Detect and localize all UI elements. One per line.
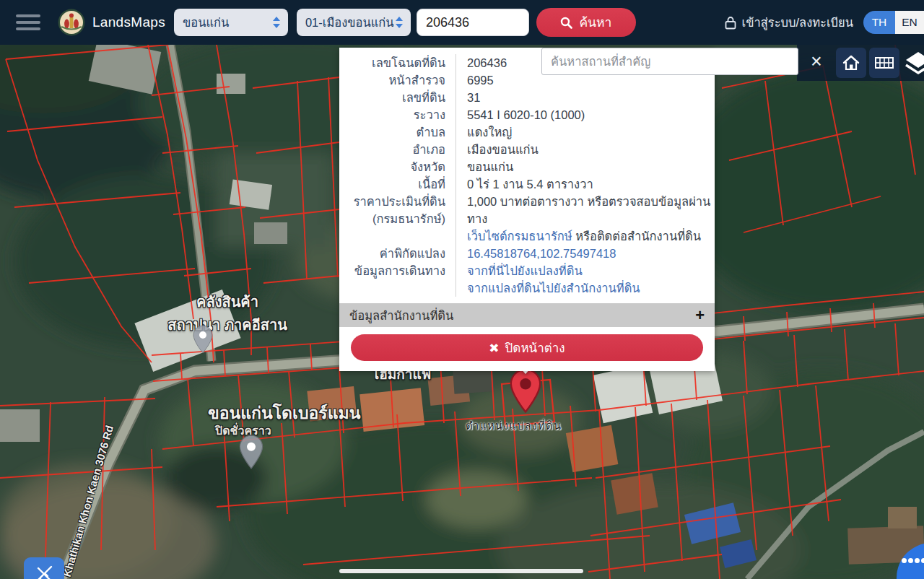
login-register-label: เข้าสู่ระบบ/ลงทะเบียน [742,13,853,32]
lang-en-button[interactable]: EN [895,11,924,34]
district-select[interactable]: 01-เมืองขอนแก่น [297,9,411,36]
lang-th-button[interactable]: TH [863,11,895,34]
lock-icon [725,16,736,30]
updown-chevron-icon [395,16,404,29]
treasury-website-link[interactable]: เว็บไซต์กรมธนารักษ์ [467,230,572,243]
field-value: 31 [456,89,715,106]
panel-row: จังหวัดขอนแก่น [339,158,715,175]
panel-row: อำเภอเมืองขอนแก่น [339,141,715,158]
province-select[interactable]: ขอนแก่น [174,9,288,36]
field-label: อำเภอ [339,141,456,158]
poi-pin-warehouse-icon[interactable] [192,325,214,354]
dol-logo [58,9,85,36]
field-label: เลขโฉนดที่ดิน [339,54,456,71]
field-label: ข้อมูลการเดินทาง [339,262,456,297]
field-label: หน้าสำรวจ [339,71,456,89]
field-value: แดงใหญ่ [456,123,715,141]
home-button[interactable] [836,48,866,78]
field-label: ระวาง [339,106,456,123]
field-label: เลขที่ดิน [339,89,456,106]
parcel-info-panel: เลขโฉนดที่ดิน206436 หน้าสำรวจ6995 เลขที่… [339,48,715,371]
land-office-section-label: ข้อมูลสำนักงานที่ดิน [349,306,453,325]
field-label: ค่าพิกัดแปลง [339,245,456,262]
grid-layers-button[interactable] [869,48,899,78]
dots-icon [902,558,924,563]
hamburger-menu-icon[interactable] [16,14,40,30]
field-value: จากที่นี่ไปยังแปลงที่ดิน จากแปลงที่ดินไป… [456,262,715,297]
measure-tools-button[interactable] [24,557,64,579]
close-x-icon: ✖ [489,341,499,355]
search-icon [560,17,572,29]
land-office-section-header[interactable]: ข้อมูลสำนักงานที่ดิน + [339,303,715,327]
login-register-link[interactable]: เข้าสู่ระบบ/ลงทะเบียน [725,13,853,32]
province-select-value: ขอนแก่น [183,13,272,32]
expand-plus-icon[interactable]: + [695,308,705,323]
search-button-label: ค้นหา [579,12,611,32]
panel-row: เนื้อที่0 ไร่ 1 งาน 5.4 ตารางวา [339,175,715,193]
top-navbar: LandsMaps ขอนแก่น 01-เมืองขอนแก่น ค้นหา … [0,0,924,45]
home-icon [842,53,860,72]
route-parcel-to-office-link[interactable]: จากแปลงที่ดินไปยังสำนักงานที่ดิน [467,282,640,295]
panel-row-travel: ข้อมูลการเดินทาง จากที่นี่ไปยังแปลงที่ดิ… [339,262,715,297]
horizontal-scrollbar[interactable] [339,569,583,573]
satellite-map[interactable]: คลังสินค้า สถาปนา ภาคอีสาน โฮมกาแฟ ขอนแก… [0,45,924,579]
panel-row-coords: ค่าพิกัดแปลง 16.45818764,102.75497418 [339,245,715,262]
district-select-value: 01-เมืองขอนแก่น [305,13,395,32]
field-value: ขอนแก่น [456,158,715,175]
field-label: จังหวัด [339,158,456,175]
field-value: เมืองขอนแก่น [456,141,715,158]
panel-row: ตำบลแดงใหญ่ [339,123,715,141]
field-value: 5541 I 6020-10 (1000) [456,106,715,123]
brand-title: LandsMaps [92,14,165,30]
field-value: 16.45818764,102.75497418 [456,245,715,262]
panel-row-price: ราคาประเมินที่ดิน(กรมธนารักษ์) 1,000 บาท… [339,193,715,245]
updown-chevron-icon [272,16,281,29]
language-toggle: TH EN [863,11,924,34]
place-search-input[interactable] [541,48,798,75]
field-label: ตำบล [339,123,456,141]
measure-icon [33,563,55,579]
field-value: 0 ไร่ 1 งาน 5.4 ตารางวา [456,175,715,193]
grid-icon [874,53,894,72]
panel-row: ระวาง5541 I 6020-10 (1000) [339,106,715,123]
basemap-layers-button[interactable] [904,49,924,78]
coordinates-link[interactable]: 16.45818764,102.75497418 [467,247,616,260]
field-label: ราคาประเมินที่ดิน(กรมธนารักษ์) [339,193,456,245]
search-button[interactable]: ค้นหา [536,8,636,37]
panel-row: เลขที่ดิน31 [339,89,715,106]
parcel-pin-label: ตำแหน่งแปลงที่ดิน [466,417,562,435]
parcel-pin-icon[interactable] [508,368,543,413]
poi-label-warehouse: คลังสินค้า สถาปนา ภาคอีสาน [137,290,318,336]
layers-icon [904,49,924,78]
field-value: 1,000 บาทต่อตารางวา หรือตรวจสอบข้อมูลผ่า… [456,193,715,245]
route-to-parcel-link[interactable]: จากที่นี่ไปยังแปลงที่ดิน [467,264,583,277]
poi-pin-doberman-icon[interactable] [238,435,264,469]
close-window-button[interactable]: ✖ปิดหน้าต่าง [351,334,703,361]
field-label: เนื้อที่ [339,175,456,193]
dismiss-search-icon[interactable]: × [806,48,827,74]
parcel-number-input[interactable] [417,9,529,36]
close-window-label: ปิดหน้าต่าง [505,341,565,355]
